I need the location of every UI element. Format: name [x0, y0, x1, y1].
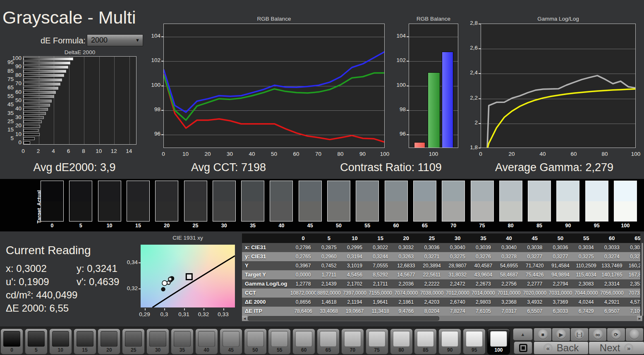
deltae-xtick: 12	[108, 148, 120, 154]
table-cell: 0,3036	[419, 243, 445, 252]
table-cell: 2,1439	[316, 279, 342, 288]
patch-button-80[interactable]: 80	[390, 329, 413, 355]
table-cell: 0,2765	[290, 252, 316, 261]
panel-up-button[interactable]: ▲	[513, 328, 533, 341]
table-cell: 6,3033	[548, 307, 573, 316]
patch-label: 20	[98, 347, 120, 353]
patch-button-65[interactable]: 65	[317, 329, 340, 355]
gamma-xtick: 80	[599, 151, 611, 157]
table-cell: 7038,0000	[419, 288, 445, 298]
transport-play-button[interactable]: ▶	[552, 328, 570, 341]
patch-swatch	[198, 331, 215, 347]
swatch-actual	[471, 181, 493, 201]
next-button[interactable]: Next »	[589, 342, 644, 354]
patch-label: 0	[1, 347, 23, 353]
transport-empty-button[interactable]	[626, 328, 643, 341]
swatch-target	[528, 201, 551, 222]
patch-button-45[interactable]: 45	[220, 329, 242, 355]
swatch-actual	[614, 181, 637, 201]
patch-button-20[interactable]: 20	[98, 329, 120, 355]
table-row-label: ΔE ITP	[242, 307, 290, 316]
table-cell: 0,2786	[290, 243, 316, 252]
patch-button-40[interactable]: 40	[195, 329, 218, 355]
table-cell: 3,7369	[548, 298, 573, 307]
table-cell: 0,7452	[316, 261, 342, 270]
swatch-level-label: 100	[613, 223, 637, 229]
swatch-target	[471, 201, 493, 222]
patch-button-85[interactable]: 85	[414, 329, 437, 355]
deltae-bar	[24, 100, 52, 102]
swatch-5	[69, 181, 92, 222]
patch-button-60[interactable]: 60	[292, 329, 315, 355]
transport-loop-infinite-button[interactable]: ∞	[589, 328, 606, 341]
swatch-level-label: 95	[585, 223, 609, 229]
table-cell: 7011,0000	[496, 288, 522, 298]
table-cell: 4,5456	[342, 270, 367, 279]
patch-button-90[interactable]: 90	[438, 329, 461, 355]
scroll-left-icon[interactable]: ◀	[242, 316, 247, 321]
patch-button-100[interactable]: 100	[487, 329, 510, 355]
transport-pattern-window-button[interactable]: [··]	[571, 328, 588, 341]
swatch-actual	[242, 181, 264, 201]
patch-button-30[interactable]: 30	[146, 329, 169, 355]
transport-refresh-button[interactable]: ⟳	[607, 328, 625, 341]
patch-button-0[interactable]: 0	[0, 329, 23, 355]
table-cell: 14,5677	[393, 270, 419, 279]
table-cell: 0,3244	[368, 252, 393, 261]
table-cell: 2,2222	[419, 279, 445, 288]
transport-stop-button[interactable]: ■	[534, 328, 551, 341]
patch-button-35[interactable]: 35	[171, 329, 194, 355]
table-column-header: 30	[445, 233, 470, 243]
table-cell: 2,1711	[368, 279, 393, 288]
table-row-label: CCT	[242, 288, 290, 298]
table-cell: 4,5739	[625, 298, 640, 307]
table-cell: 6,9507	[599, 307, 625, 316]
swatch-actual	[356, 181, 378, 201]
table-vertical-scrollbar[interactable]	[642, 243, 643, 316]
swatch-20	[155, 181, 178, 222]
stat-avg-de2000: Avg dE2000: 3,9	[0, 161, 149, 175]
patch-swatch	[52, 331, 69, 347]
rgb-line-xtick: 90	[357, 151, 369, 157]
table-column-header: 5	[316, 233, 342, 243]
swatch-level-label: 65	[413, 223, 437, 229]
patch-button-95[interactable]: 95	[463, 329, 486, 355]
rgb-bar-ytick: 104	[395, 33, 406, 39]
table-cell: 31,8032	[445, 270, 470, 279]
table-cell: 0,3278	[496, 252, 522, 261]
swatch-actual	[98, 181, 121, 201]
table-row-label: x: CIE31	[242, 243, 290, 252]
patch-button-70[interactable]: 70	[341, 329, 364, 355]
patch-button-5[interactable]: 5	[25, 329, 48, 355]
patch-button-10[interactable]: 10	[49, 329, 72, 355]
de-formula-dropdown[interactable]: 2000 ▼	[87, 34, 143, 46]
scroll-right-icon[interactable]: ▶	[637, 316, 642, 321]
patch-button-75[interactable]: 75	[366, 329, 388, 355]
back-button[interactable]: « Back	[534, 342, 588, 354]
cie-xtick: 0,3	[156, 311, 172, 317]
patch-button-25[interactable]: 25	[122, 329, 145, 355]
gamma-xtick: 20	[505, 151, 518, 157]
swatch-actual	[586, 181, 608, 201]
swatch-target	[586, 201, 608, 222]
table-cell: 0,3275	[573, 252, 599, 261]
table-cell: 19,0667	[342, 307, 367, 316]
de-formula-value: 2000	[91, 36, 108, 45]
table-row: ΔE 20000,86561,46182,11941,96412,18612,4…	[242, 298, 640, 307]
patch-label: 100	[488, 347, 510, 353]
deltae-xtick: 0	[17, 148, 29, 154]
table-cell: 167,802	[625, 270, 640, 279]
table-row-label: Gamma Log/Log	[242, 279, 290, 288]
table-cell: 43,9604	[470, 270, 496, 279]
pattern-window-button[interactable]	[514, 341, 532, 354]
patch-button-50[interactable]: 50	[244, 329, 267, 355]
table-cell: 0,2875	[316, 243, 342, 252]
table-cell: 0,3277	[548, 252, 573, 261]
patch-swatch	[466, 331, 483, 347]
patch-button-55[interactable]: 55	[268, 329, 291, 355]
scrollbar-thumb[interactable]	[248, 316, 439, 321]
table-corner	[242, 233, 290, 243]
table-cell: 0,0000	[290, 270, 316, 279]
de-formula-label: dE Formula:	[41, 36, 86, 45]
patch-button-15[interactable]: 15	[74, 329, 96, 355]
